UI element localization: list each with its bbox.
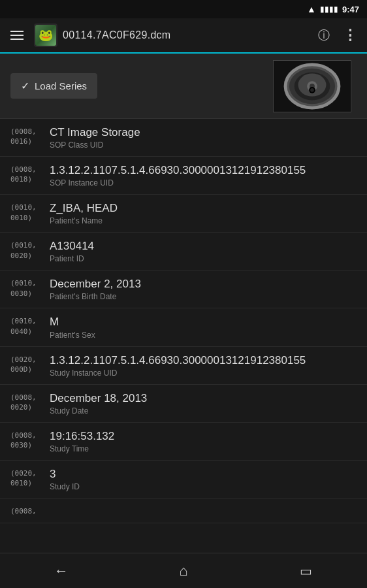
recent-icon: ▭: [300, 563, 312, 579]
tag-value: CT Image Storage: [50, 125, 357, 140]
logo-image: 🐸: [35, 25, 56, 46]
tag-code: (0008,: [10, 505, 42, 516]
svg-point-9: [310, 88, 314, 91]
dicom-row: (0008,0020)December 18, 2013Study Date: [0, 385, 367, 423]
dicom-row: (0020,0010)3Study ID: [0, 461, 367, 498]
tag-label: Study Instance UID: [50, 368, 357, 378]
dicom-row: (0010,0020)A130414Patient ID: [0, 233, 367, 270]
tag-content: 19:16:53.132Study Time: [50, 429, 357, 453]
dicom-row: (0010,0030)December 2, 2013Patient's Bir…: [0, 270, 367, 308]
status-icons: ▲ ▮▮▮▮ 9:47: [307, 4, 359, 14]
tag-content: CT Image StorageSOP Class UID: [50, 125, 357, 150]
tag-code: (0008,0016): [10, 125, 42, 147]
tag-label: Patient's Name: [50, 216, 357, 225]
hamburger-icon: [10, 31, 24, 40]
tag-content: Z_IBA, HEADPatient's Name: [50, 201, 357, 225]
dicom-row: (0008,0018)1.3.12.2.1107.5.1.4.66930.300…: [0, 157, 367, 195]
tag-code: (0010,0040): [10, 315, 42, 336]
app-logo: 🐸: [34, 24, 57, 47]
dicom-row: (0008,0016)CT Image StorageSOP Class UID: [0, 119, 367, 157]
load-series-label: Load Series: [35, 80, 87, 91]
tag-label: Patient ID: [50, 254, 357, 263]
tag-value: December 18, 2013: [50, 391, 357, 406]
battery-icon: ▮▮▮▮: [320, 5, 338, 14]
info-icon: ⓘ: [318, 27, 330, 43]
tag-content: MPatient's Sex: [50, 315, 357, 339]
tag-label: Patient's Sex: [50, 331, 357, 340]
dicom-row: (0010,0040)MPatient's Sex: [0, 308, 367, 346]
dicom-row: (0008,0030)19:16:53.132Study Time: [0, 423, 367, 461]
tag-value: 19:16:53.132: [50, 429, 357, 444]
tag-value: 1.3.12.2.1107.5.1.4.66930.30000013121912…: [50, 163, 357, 178]
tag-code: (0008,0020): [10, 391, 42, 413]
tag-content: A130414Patient ID: [50, 239, 357, 263]
dicom-row: (0008,: [0, 498, 367, 523]
dicom-row: (0020,000D)1.3.12.2.1107.5.1.4.66930.300…: [0, 347, 367, 385]
info-button[interactable]: ⓘ: [312, 24, 336, 47]
tag-value: Z_IBA, HEAD: [50, 201, 357, 216]
preview-area: ✓ Load Series: [0, 54, 367, 119]
tag-value: A130414: [50, 239, 357, 253]
recent-apps-button[interactable]: ▭: [286, 557, 325, 585]
wifi-icon: ▲: [307, 4, 316, 14]
tag-content: December 18, 2013Study Date: [50, 391, 357, 416]
status-time: 9:47: [342, 5, 359, 14]
tag-content: 3Study ID: [50, 467, 357, 491]
tag-value: 3: [50, 467, 357, 482]
checkmark-icon: ✓: [21, 80, 29, 92]
app-bar-actions: ⓘ ⋮: [312, 24, 362, 47]
tag-label: Patient's Birth Date: [50, 292, 357, 301]
home-icon: ⌂: [179, 563, 187, 580]
load-series-button[interactable]: ✓ Load Series: [10, 73, 97, 99]
tag-code: (0010,0010): [10, 201, 42, 223]
tag-label: SOP Class UID: [50, 140, 357, 150]
tag-label: SOP Instance UID: [50, 178, 357, 188]
tag-code: (0008,0030): [10, 429, 42, 451]
tag-content: 1.3.12.2.1107.5.1.4.66930.30000013121912…: [50, 353, 357, 378]
tag-value: December 2, 2013: [50, 277, 357, 291]
app-bar: 🐸 00114.7AC0F629.dcm ⓘ ⋮: [0, 18, 367, 54]
tag-code: (0020,000D): [10, 353, 42, 375]
tag-content: 1.3.12.2.1107.5.1.4.66930.30000013121912…: [50, 163, 357, 188]
tag-label: Study Time: [50, 444, 357, 453]
app-bar-title: 00114.7AC0F629.dcm: [63, 29, 307, 41]
tag-value: M: [50, 315, 357, 329]
tag-label: Study ID: [50, 482, 357, 491]
tag-label: Study Date: [50, 406, 357, 416]
tag-content: December 2, 2013Patient's Birth Date: [50, 277, 357, 301]
menu-button[interactable]: [5, 24, 29, 47]
home-button[interactable]: ⌂: [164, 557, 203, 585]
tag-code: (0020,0010): [10, 467, 42, 489]
more-options-button[interactable]: ⋮: [338, 24, 362, 47]
tag-code: (0010,0020): [10, 239, 42, 261]
more-icon: ⋮: [343, 27, 357, 44]
tag-value: 1.3.12.2.1107.5.1.4.66930.30000013121912…: [50, 353, 357, 368]
tag-code: (0010,0030): [10, 277, 42, 299]
dicom-row: (0010,0010)Z_IBA, HEADPatient's Name: [0, 195, 367, 233]
dicom-content: (0008,0016)CT Image StorageSOP Class UID…: [0, 119, 367, 553]
back-button[interactable]: ←: [42, 557, 81, 585]
ct-image: [274, 61, 351, 112]
tag-code: (0008,0018): [10, 163, 42, 185]
ct-thumbnail: [273, 60, 351, 112]
back-icon: ←: [54, 563, 69, 580]
bottom-nav: ← ⌂ ▭: [0, 553, 367, 588]
status-bar: ▲ ▮▮▮▮ 9:47: [0, 0, 367, 18]
